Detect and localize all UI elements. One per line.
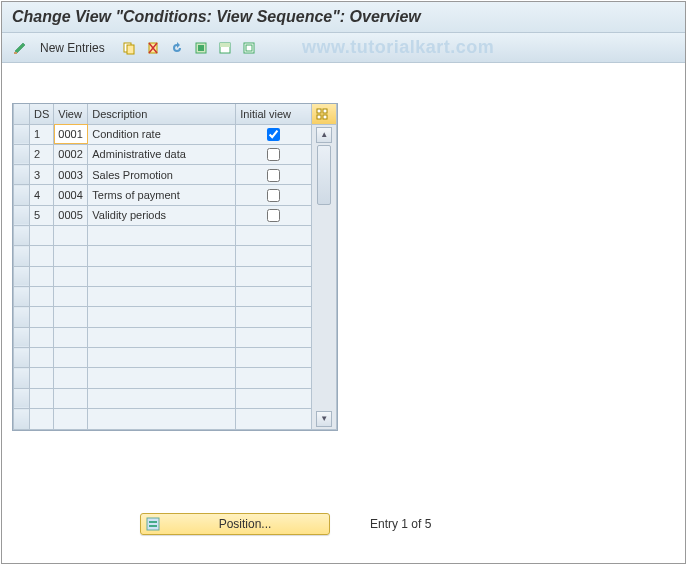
cell-view[interactable] (54, 307, 88, 327)
initial-view-checkbox[interactable] (267, 209, 280, 222)
cell-view[interactable]: 0003 (54, 165, 88, 185)
table-settings-icon[interactable] (312, 104, 337, 124)
cell-ds[interactable] (30, 327, 54, 347)
row-selector[interactable] (14, 226, 30, 246)
row-selector[interactable] (14, 348, 30, 368)
cell-ds[interactable] (30, 307, 54, 327)
cell-description[interactable] (88, 287, 236, 307)
cell-description[interactable] (88, 388, 236, 408)
scroll-down-icon[interactable]: ▼ (316, 411, 332, 427)
row-selector[interactable] (14, 185, 30, 205)
cell-ds[interactable] (30, 266, 54, 286)
row-selector[interactable] (14, 165, 30, 185)
table-row (14, 226, 337, 246)
cell-ds[interactable] (30, 226, 54, 246)
row-selector[interactable] (14, 409, 30, 429)
svg-rect-0 (14, 52, 17, 54)
cell-ds[interactable] (30, 409, 54, 429)
cell-view[interactable] (54, 327, 88, 347)
column-header-selector[interactable] (14, 104, 30, 124)
cell-description[interactable]: Validity periods (88, 205, 236, 225)
row-selector[interactable] (14, 124, 30, 144)
toggle-display-change-icon[interactable] (10, 38, 30, 58)
cell-view[interactable]: 0002 (54, 144, 88, 164)
row-selector[interactable] (14, 307, 30, 327)
cell-description[interactable] (88, 409, 236, 429)
cell-ds[interactable] (30, 388, 54, 408)
table-row (14, 388, 337, 408)
cell-view[interactable]: 0004 (54, 185, 88, 205)
cell-ds[interactable] (30, 287, 54, 307)
column-header-ds[interactable]: DS (30, 104, 54, 124)
undo-change-icon[interactable] (167, 38, 187, 58)
delete-icon[interactable] (143, 38, 163, 58)
cell-initial-view (236, 368, 312, 388)
cell-view[interactable] (54, 266, 88, 286)
row-selector[interactable] (14, 287, 30, 307)
cell-view[interactable] (54, 348, 88, 368)
table-row (14, 246, 337, 266)
svg-rect-2 (127, 45, 134, 54)
select-block-icon[interactable] (215, 38, 235, 58)
column-header-initial-view[interactable]: Initial view (236, 104, 312, 124)
cell-view[interactable] (54, 409, 88, 429)
cell-view[interactable] (54, 388, 88, 408)
cell-initial-view (236, 246, 312, 266)
cell-description[interactable]: Condition rate (88, 124, 236, 144)
cell-ds[interactable] (30, 368, 54, 388)
cell-initial-view (236, 124, 312, 144)
table-row (14, 327, 337, 347)
cell-initial-view (236, 388, 312, 408)
row-selector[interactable] (14, 388, 30, 408)
cell-view[interactable] (54, 226, 88, 246)
cell-description[interactable] (88, 246, 236, 266)
row-selector[interactable] (14, 368, 30, 388)
watermark: www.tutorialkart.com (302, 37, 494, 58)
row-selector[interactable] (14, 205, 30, 225)
vertical-scrollbar[interactable]: ▲▼ (312, 124, 337, 429)
cell-ds[interactable]: 1 (30, 124, 54, 144)
cell-ds[interactable] (30, 348, 54, 368)
scroll-up-icon[interactable]: ▲ (316, 127, 332, 143)
deselect-all-icon[interactable] (239, 38, 259, 58)
cell-view[interactable] (54, 287, 88, 307)
cell-view[interactable]: 0005 (54, 205, 88, 225)
cell-initial-view (236, 266, 312, 286)
cell-initial-view (236, 327, 312, 347)
cell-ds[interactable]: 5 (30, 205, 54, 225)
cell-description[interactable] (88, 368, 236, 388)
cell-initial-view (236, 144, 312, 164)
row-selector[interactable] (14, 327, 30, 347)
cell-view[interactable] (54, 246, 88, 266)
column-header-view[interactable]: View (54, 104, 88, 124)
cell-ds[interactable] (30, 246, 54, 266)
cell-description[interactable] (88, 348, 236, 368)
cell-ds[interactable]: 3 (30, 165, 54, 185)
cell-ds[interactable]: 4 (30, 185, 54, 205)
row-selector[interactable] (14, 144, 30, 164)
column-header-description[interactable]: Description (88, 104, 236, 124)
copy-as-icon[interactable] (119, 38, 139, 58)
entry-count-text: Entry 1 of 5 (370, 517, 431, 531)
initial-view-checkbox[interactable] (267, 148, 280, 161)
cell-description[interactable] (88, 226, 236, 246)
position-button[interactable]: Position... (140, 513, 330, 535)
page-title: Change View "Conditions: View Sequence":… (12, 8, 421, 25)
initial-view-checkbox[interactable] (267, 189, 280, 202)
cell-description[interactable]: Sales Promotion (88, 165, 236, 185)
cell-description[interactable]: Administrative data (88, 144, 236, 164)
cell-view[interactable]: 0001 (54, 124, 88, 144)
cell-description[interactable] (88, 307, 236, 327)
initial-view-checkbox[interactable] (267, 169, 280, 182)
new-entries-button[interactable]: New Entries (34, 39, 111, 57)
cell-view[interactable] (54, 368, 88, 388)
cell-description[interactable] (88, 327, 236, 347)
initial-view-checkbox[interactable] (267, 128, 280, 141)
row-selector[interactable] (14, 246, 30, 266)
cell-description[interactable] (88, 266, 236, 286)
select-all-icon[interactable] (191, 38, 211, 58)
cell-ds[interactable]: 2 (30, 144, 54, 164)
row-selector[interactable] (14, 266, 30, 286)
cell-description[interactable]: Terms of payment (88, 185, 236, 205)
scroll-thumb[interactable] (317, 145, 331, 205)
